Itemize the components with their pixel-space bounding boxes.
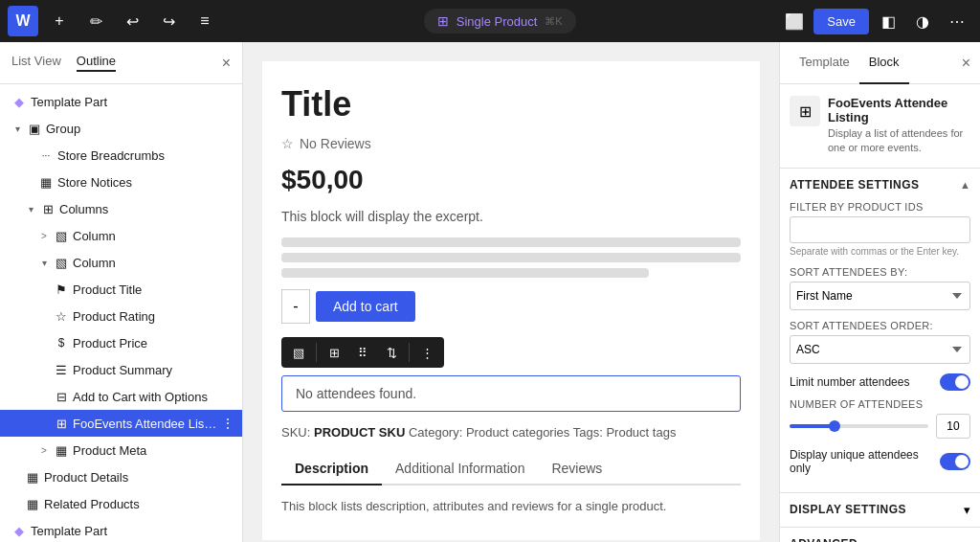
product-desc: This block lists description, attributes… bbox=[281, 499, 741, 513]
preview-button[interactable]: ⬜ bbox=[779, 6, 810, 36]
right-panel: Template Block × ⊞ FooEvents Attendee Li… bbox=[779, 42, 980, 542]
edit-button[interactable]: ✏ bbox=[80, 6, 111, 36]
display-settings-title: Display Settings bbox=[790, 503, 906, 516]
attendee-settings-chevron: ▲ bbox=[960, 179, 970, 191]
display-settings-section[interactable]: Display Settings ▾ bbox=[780, 493, 980, 528]
tab-list-view[interactable]: List View bbox=[11, 54, 61, 72]
right-tab-block[interactable]: Block bbox=[859, 42, 909, 84]
tree-label: Column bbox=[73, 256, 234, 270]
right-panel-close-button[interactable]: × bbox=[962, 55, 970, 72]
style-toggle-button[interactable]: ◑ bbox=[907, 6, 938, 36]
more-options-button[interactable]: ⋯ bbox=[942, 6, 972, 36]
panel-close-button[interactable]: × bbox=[222, 55, 231, 72]
related-products-icon: ▦ bbox=[25, 497, 40, 511]
add-to-cart-button[interactable]: Add to cart bbox=[316, 291, 415, 322]
product-tabs: Description Additional Information Revie… bbox=[281, 453, 741, 486]
breadcrumb-pill[interactable]: ⊞ Single Product ⌘K bbox=[424, 9, 576, 34]
tree-item-product-summary[interactable]: ☰ Product Summary bbox=[0, 356, 242, 383]
tab-additional-info[interactable]: Additional Information bbox=[382, 453, 538, 486]
toolbar-divider-2 bbox=[409, 343, 410, 362]
plugin-name: FooEvents Attendee Listing bbox=[828, 96, 970, 124]
tree-item-store-notices[interactable]: ▦ Store Notices bbox=[0, 169, 242, 195]
count-label: NUMBER OF ATTENDEES bbox=[790, 398, 970, 410]
tree-item-template-part-2[interactable]: ◆ Template Part bbox=[0, 517, 242, 542]
main-layout: List View Outline × ◆ Template Part ▾ ▣ … bbox=[0, 42, 980, 542]
tree-label: Template Part bbox=[31, 95, 234, 109]
top-bar-center: ⊞ Single Product ⌘K bbox=[226, 9, 773, 34]
tree-label: Store Breadcrumbs bbox=[57, 148, 234, 163]
right-tab-template[interactable]: Template bbox=[790, 42, 859, 84]
toolbar-move-button[interactable]: ⊞ bbox=[321, 339, 347, 366]
count-input[interactable] bbox=[936, 414, 970, 439]
display-settings-chevron: ▾ bbox=[964, 503, 970, 517]
limit-toggle-row: Limit number attendees bbox=[790, 373, 970, 391]
sku-value: PRODUCT SKU bbox=[314, 425, 405, 440]
tree-item-column-2[interactable]: ▾ ▧ Column bbox=[0, 249, 242, 276]
attendee-block: No attendees found. bbox=[281, 375, 741, 412]
tree-item-columns[interactable]: ▾ ⊞ Columns bbox=[0, 195, 242, 222]
advanced-section[interactable]: Advanced ▾ bbox=[780, 528, 980, 542]
filter-field-group: FILTER BY PRODUCT IDS Separate with comm… bbox=[790, 201, 970, 257]
product-meta-row: SKU: PRODUCT SKU Category: Product categ… bbox=[281, 425, 741, 440]
add-block-button[interactable]: + bbox=[44, 6, 75, 36]
tab-reviews[interactable]: Reviews bbox=[538, 453, 615, 486]
filter-hint: Separate with commas or the Enter key. bbox=[790, 246, 970, 257]
tree-label: Product Rating bbox=[73, 309, 234, 324]
product-price: $50,00 bbox=[281, 165, 741, 195]
tree-item-store-breadcrumbs[interactable]: ··· Store Breadcrumbs bbox=[0, 142, 242, 169]
tree-item-product-price[interactable]: $ Product Price bbox=[0, 329, 242, 356]
list-view-button[interactable]: ≡ bbox=[189, 6, 220, 36]
attendee-settings-title: Attendee Settings bbox=[790, 178, 920, 192]
tree-item-group[interactable]: ▾ ▣ Group bbox=[0, 115, 242, 142]
tree-item-product-details[interactable]: ▦ Product Details bbox=[0, 463, 242, 490]
tab-description[interactable]: Description bbox=[281, 453, 382, 486]
product-rating: ☆ No Reviews bbox=[281, 136, 741, 151]
skeleton-lines bbox=[281, 237, 741, 278]
tree-item-add-to-cart[interactable]: ⊟ Add to Cart with Options bbox=[0, 383, 242, 410]
category-label: Category: bbox=[409, 425, 466, 440]
tree-item-product-title[interactable]: ⚑ Product Title bbox=[0, 276, 242, 303]
tree-label: Template Part bbox=[31, 524, 234, 538]
tree-item-product-rating[interactable]: ☆ Product Rating bbox=[0, 303, 242, 329]
column-icon: ▧ bbox=[54, 229, 69, 243]
save-button[interactable]: Save bbox=[813, 9, 869, 34]
tree-item-related-products[interactable]: ▦ Related Products bbox=[0, 490, 242, 517]
product-rating-icon: ☆ bbox=[54, 309, 69, 324]
plugin-icon: ⊞ bbox=[790, 96, 820, 126]
template-part-2-icon: ◆ bbox=[11, 524, 27, 538]
sort-by-select[interactable]: First Name Last Name Email Date bbox=[790, 282, 970, 310]
toolbar-drag-button[interactable]: ⠿ bbox=[349, 339, 376, 366]
toolbar-up-down-button[interactable]: ⇅ bbox=[378, 339, 405, 366]
product-title: Title bbox=[281, 84, 741, 124]
product-title-icon: ⚑ bbox=[54, 282, 69, 297]
undo-button[interactable]: ↩ bbox=[117, 6, 147, 36]
tags-value: Product tags bbox=[606, 425, 676, 440]
tree-label: Product Summary bbox=[73, 363, 234, 377]
toolbar-more-button[interactable]: ⋮ bbox=[413, 339, 440, 366]
limit-toggle[interactable] bbox=[940, 373, 970, 391]
attendee-settings-header[interactable]: Attendee Settings ▲ bbox=[790, 178, 970, 192]
tree-item-fooevents[interactable]: ⊞ FooEvents Attendee Listing ⋮ bbox=[0, 410, 242, 437]
sort-order-label: SORT ATTENDEES ORDER: bbox=[790, 320, 970, 331]
sort-order-select[interactable]: ASC DESC bbox=[790, 335, 970, 364]
template-part-icon: ◆ bbox=[11, 95, 27, 109]
tree-item-column-1[interactable]: > ▧ Column bbox=[0, 222, 242, 249]
tree-item-template-part-1[interactable]: ◆ Template Part bbox=[0, 88, 242, 115]
toolbar-block-icon-button[interactable]: ▧ bbox=[285, 339, 312, 366]
chevron-icon: > bbox=[38, 445, 50, 456]
redo-button[interactable]: ↪ bbox=[153, 6, 184, 36]
quantity-decrease-button[interactable]: - bbox=[281, 289, 310, 324]
tree-label: Columns bbox=[59, 202, 234, 216]
add-to-cart-icon: ⊟ bbox=[54, 390, 69, 404]
count-slider[interactable] bbox=[790, 424, 928, 428]
tab-outline[interactable]: Outline bbox=[77, 54, 116, 72]
sidebar-toggle-button[interactable]: ◧ bbox=[873, 6, 903, 36]
skeleton-line-2 bbox=[281, 253, 741, 262]
right-panel-header: Template Block × bbox=[780, 42, 980, 84]
action-dots-icon[interactable]: ⋮ bbox=[221, 416, 234, 431]
block-toolbar: ▧ ⊞ ⠿ ⇅ ⋮ bbox=[281, 337, 444, 368]
unique-toggle[interactable] bbox=[940, 453, 970, 470]
tree-item-product-meta[interactable]: > ▦ Product Meta bbox=[0, 437, 242, 463]
tree-label: Product Title bbox=[73, 282, 234, 297]
filter-input[interactable] bbox=[790, 216, 970, 243]
